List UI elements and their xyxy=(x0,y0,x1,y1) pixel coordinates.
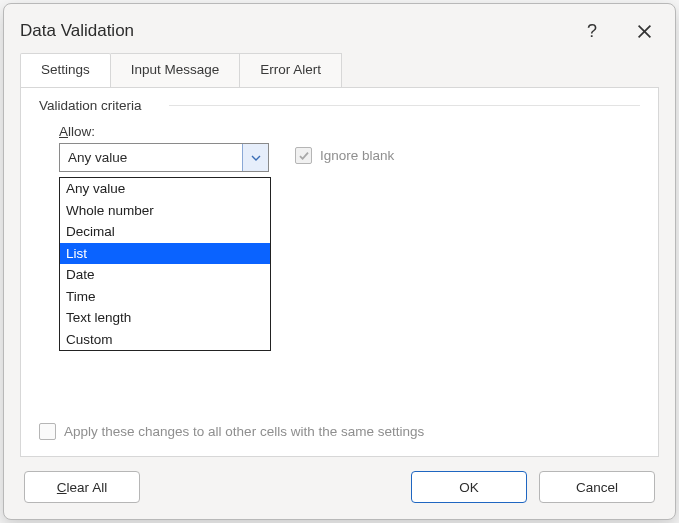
apply-all-label: Apply these changes to all other cells w… xyxy=(64,424,424,439)
checkbox-icon xyxy=(39,423,56,440)
allow-option-decimal[interactable]: Decimal xyxy=(60,221,270,243)
chevron-down-icon xyxy=(251,155,261,161)
tab-settings[interactable]: Settings xyxy=(20,53,111,88)
titlebar: Data Validation ? xyxy=(4,4,675,52)
tabs: Settings Input Message Error Alert xyxy=(4,52,675,87)
dialog-buttons: Clear All OK Cancel xyxy=(4,457,675,519)
allow-option-list[interactable]: List xyxy=(60,243,270,265)
dialog-title: Data Validation xyxy=(20,21,134,41)
clear-all-button[interactable]: Clear All xyxy=(24,471,140,503)
help-icon: ? xyxy=(587,21,597,42)
allow-combobox-value: Any value xyxy=(60,147,242,168)
help-button[interactable]: ? xyxy=(577,16,607,46)
allow-option-custom[interactable]: Custom xyxy=(60,329,270,351)
allow-option-time[interactable]: Time xyxy=(60,286,270,308)
allow-option-text-length[interactable]: Text length xyxy=(60,307,270,329)
allow-group: Allow: Any value Ignore blank Any value xyxy=(59,124,640,172)
data-validation-dialog: Data Validation ? Settings Input Message… xyxy=(3,3,676,520)
close-icon xyxy=(637,24,652,39)
ok-button[interactable]: OK xyxy=(411,471,527,503)
close-button[interactable] xyxy=(629,16,659,46)
ignore-blank-label: Ignore blank xyxy=(320,148,394,163)
tab-input-message[interactable]: Input Message xyxy=(111,53,241,88)
allow-option-whole-number[interactable]: Whole number xyxy=(60,200,270,222)
ignore-blank-checkbox: Ignore blank xyxy=(295,147,394,164)
apply-all-checkbox: Apply these changes to all other cells w… xyxy=(39,423,424,440)
divider xyxy=(169,105,640,106)
allow-combobox-button[interactable] xyxy=(242,144,268,171)
cancel-button[interactable]: Cancel xyxy=(539,471,655,503)
tab-error-alert[interactable]: Error Alert xyxy=(240,53,342,88)
allow-option-any-value[interactable]: Any value xyxy=(60,178,270,200)
allow-dropdown-list[interactable]: Any value Whole number Decimal List Date… xyxy=(59,177,271,351)
checkbox-icon xyxy=(295,147,312,164)
settings-panel: Validation criteria Allow: Any value Ign… xyxy=(20,87,659,457)
allow-combobox[interactable]: Any value xyxy=(59,143,269,172)
allow-label: Allow: xyxy=(59,124,95,139)
allow-option-date[interactable]: Date xyxy=(60,264,270,286)
